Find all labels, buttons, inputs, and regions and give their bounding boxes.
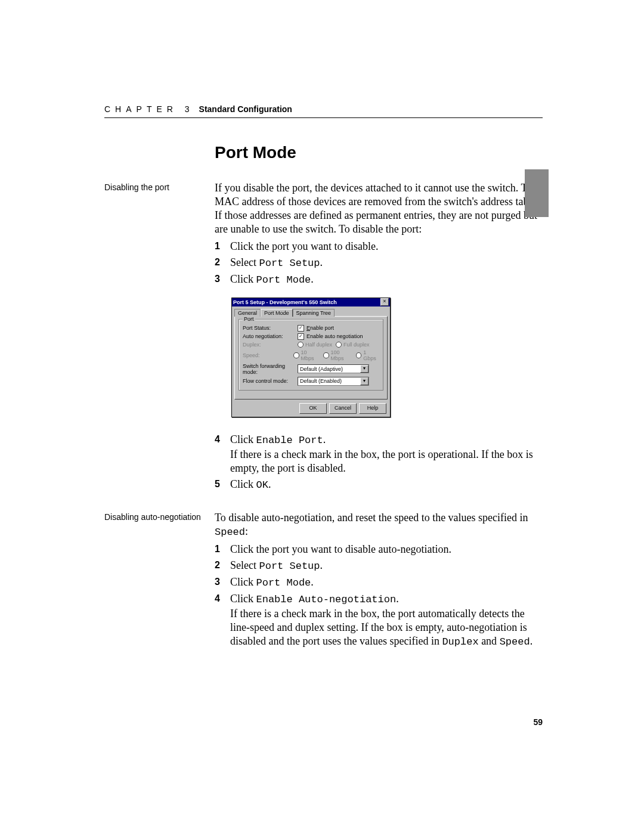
row-duplex: Duplex: Half duplex Full duplex: [243, 342, 379, 348]
content-grid: Port Mode Disabling the port If you disa…: [104, 143, 543, 651]
radio-1gbps[interactable]: [356, 352, 361, 358]
step2-4-sub: If there is a check mark in the box, the…: [230, 607, 543, 649]
checkbox-enable-port[interactable]: [298, 325, 304, 332]
step2-2: 2Select Port Setup.: [215, 559, 543, 573]
section-disable-port: If you disable the port, the devices att…: [215, 181, 543, 289]
side-note-disable-port: Disabling the port: [104, 181, 215, 289]
chapter-title: Standard Configuration: [199, 104, 292, 114]
ok-button[interactable]: OK: [299, 403, 327, 414]
thumb-tab: [525, 169, 549, 217]
radio-half-duplex[interactable]: [298, 342, 304, 348]
dialog-title: Port 5 Setup - Development's 550 Switch: [233, 299, 380, 305]
dialog-screenshot: Port 5 Setup - Development's 550 Switch …: [231, 298, 543, 417]
page-number: 59: [533, 717, 543, 727]
group-port: Port Port Status: Enable port Auto negot…: [239, 319, 383, 391]
close-icon[interactable]: ×: [380, 298, 389, 306]
intro-paragraph: If you disable the port, the devices att…: [215, 181, 543, 236]
step-3: 3Click Port Mode.: [215, 272, 543, 287]
group-label: Port: [243, 316, 255, 322]
select-flow-mode[interactable]: Default (Enabled)▼: [298, 377, 369, 386]
dialog-titlebar: Port 5 Setup - Development's 550 Switch …: [232, 298, 390, 306]
select-fwd-mode[interactable]: Default (Adaptive)▼: [298, 364, 369, 373]
step2-4: 4 Click Enable Auto-negotiation. If ther…: [215, 592, 543, 649]
step2-3: 3Click Port Mode.: [215, 575, 543, 590]
steps-list-1a: 1Click the port you want to disable. 2Se…: [215, 240, 543, 287]
page-heading: Port Mode: [215, 143, 543, 162]
row-flow-mode: Flow control mode: Default (Enabled)▼: [243, 377, 379, 386]
dialog-button-row: OK Cancel Help: [232, 402, 390, 417]
step-1: 1Click the port you want to disable.: [215, 240, 543, 253]
chevron-down-icon: ▼: [360, 365, 369, 373]
step-4-sub: If there is a check mark in the box, the…: [230, 448, 543, 475]
row-speed: Speed: 10 Mbps 100 Mbps 1 Gbps: [243, 349, 379, 361]
tab-spanning-tree[interactable]: Spanning Tree: [293, 309, 335, 317]
dialog-panel: Port Port Status: Enable port Auto negot…: [234, 316, 388, 400]
chevron-down-icon: ▼: [360, 377, 369, 385]
radio-100mbps[interactable]: [323, 352, 329, 358]
steps-list-2: 1Click the port you want to disable auto…: [215, 543, 543, 649]
section-disable-auto: To disable auto-negotiation, and reset t…: [215, 511, 543, 651]
help-button[interactable]: Help: [359, 403, 386, 414]
radio-10mbps[interactable]: [293, 352, 299, 358]
dialog-tabs: General Port Mode Spanning Tree: [232, 306, 390, 316]
side-note-disable-auto: Disabling auto-negotiation: [104, 511, 215, 651]
row-port-status: Port Status: Enable port: [243, 325, 379, 332]
cancel-button[interactable]: Cancel: [329, 403, 357, 414]
step2-1: 1Click the port you want to disable auto…: [215, 543, 543, 556]
dialog-window: Port 5 Setup - Development's 550 Switch …: [231, 298, 391, 417]
running-header: CHAPTER 3 Standard Configuration: [104, 104, 543, 118]
tab-port-mode[interactable]: Port Mode: [261, 309, 293, 317]
row-fwd-mode: Switch forwarding mode: Default (Adaptiv…: [243, 363, 379, 375]
intro-paragraph-2: To disable auto-negotiation, and reset t…: [215, 511, 543, 539]
step-5: 5Click OK.: [215, 478, 543, 492]
page: CHAPTER 3 Standard Configuration Port Mo…: [0, 0, 644, 833]
step-2: 2Select Port Setup.: [215, 256, 543, 270]
steps-list-1b: 4 Click Enable Port. If there is a check…: [215, 433, 543, 493]
row-auto-neg: Auto negotiation: Enable auto negotiatio…: [243, 333, 379, 340]
step-4: 4 Click Enable Port. If there is a check…: [215, 433, 543, 476]
radio-full-duplex[interactable]: [336, 342, 342, 348]
chapter-number: CHAPTER 3: [104, 104, 194, 114]
steps-continuation-1: 4 Click Enable Port. If there is a check…: [215, 429, 543, 495]
checkbox-enable-auto[interactable]: [298, 333, 304, 340]
